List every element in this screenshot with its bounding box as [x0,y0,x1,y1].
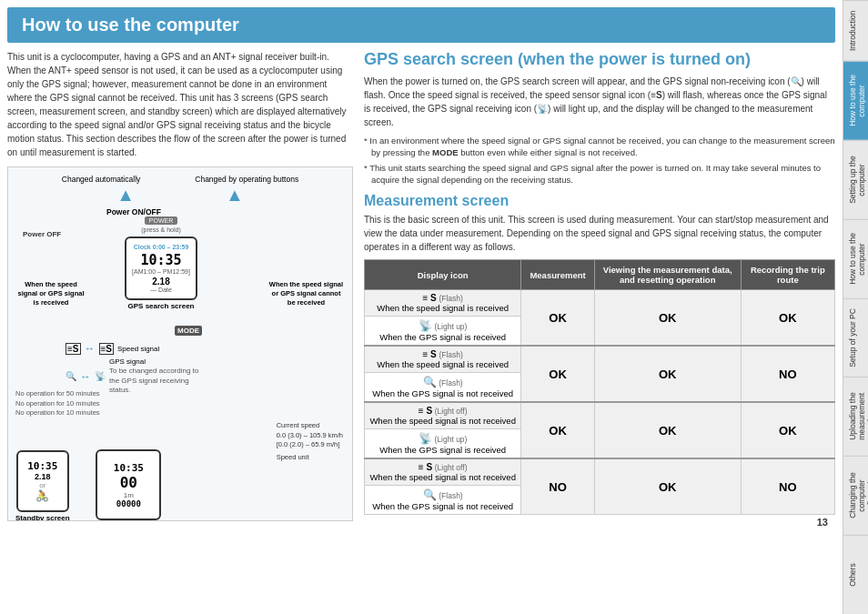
icon-gps-1b: 📡 [419,319,432,332]
gps-note2: * This unit starts searching the speed s… [364,162,835,186]
sidebar-item-uploading[interactable]: Uploading the measurement data [843,377,868,456]
standby-value: 2.18 [35,472,51,481]
icon-gps-2b: 🔍 [423,376,437,388]
standby-or-label: or [39,481,45,489]
mode-button-label: MODE [175,326,202,336]
gps-screen-clock: Clock 0:00 – 23:59 [134,244,189,250]
view-ok-1: OK [594,290,741,347]
diagram-relative: Power ON/OFF Power OFF POWER (pres [15,207,345,521]
rec-no-2: NO [741,346,834,402]
when-speed-not-label: When the speed signal or GPS signal cann… [267,280,345,307]
speed-signal-row: ≡S ↔ ≡S Speed signal [66,342,200,355]
icon-sym-1a: ≡ S [422,293,436,303]
right-column: GPS search screen (when the power is tur… [364,50,835,610]
sidebar-item-introduction[interactable]: Introduction [843,0,868,61]
changed-buttons-label: Changed by operating buttons [195,175,298,184]
gps-screen-time: 10:35 [140,252,181,268]
when-speed-received-label: When the speed signal or GPS signal is r… [15,280,86,307]
power-btn: POWER [145,216,177,225]
sidebar-item-changing[interactable]: Changing the computer configuration [843,456,868,535]
page-header: How to use the computer [7,7,835,43]
icon-sym-2a: ≡ S [422,349,436,359]
display-icon-cell-4a: ≡ S (Light off) When the speed signal is… [365,458,521,486]
arrow-icon: ↔ [85,342,96,355]
meas-ok-2: OK [521,346,594,402]
display-icon-cell-1b: 📡 (Light up) When the GPS signal is rece… [365,317,521,347]
table-row: ≡ S (Light off) When the speed signal is… [365,402,835,429]
icon-gps-4b: 🔍 [423,488,437,501]
gps-screen-label: GPS search screen [128,302,195,310]
current-speed-annotation: Current speed 0.0 (3.0) – 105.9 km/h [0.… [277,421,343,462]
standby-screen-mockup: 10:35 2.18 or 🚴 [16,450,69,512]
gps-signal-text: GPS signal To be changed according to th… [109,357,200,396]
display-icon-cell-2a: ≡ S (Flash) When the speed signal is rec… [365,346,521,373]
power-section: Power OFF [23,230,61,240]
rec-ok-3: OK [741,402,834,458]
gps-section-text: When the power is turned on, the GPS sea… [364,75,835,129]
gps-screen-mockup: Clock 0:00 – 23:59 10:35 [AM1:00 – PM12:… [125,237,197,300]
meas-screen-group: 10:35 00 1m 00000 Measurement screen [93,449,166,521]
col-header-viewing: Viewing the measurement data, and resett… [594,260,741,290]
sidebar-item-setting-up[interactable]: Setting up the computer [843,140,868,219]
display-icon-cell-2b: 🔍 (Flash) When the GPS signal is not rec… [365,373,521,403]
content-columns: This unit is a cyclocomputer, having a G… [0,50,843,614]
intro-text: This unit is a cyclocomputer, having a G… [7,50,353,159]
display-icon-cell-3a: ≡ S (Light off) When the speed signal is… [365,402,521,429]
col-header-display: Display icon [365,260,521,290]
view-ok-4: OK [594,458,741,515]
page-number: 13 [364,515,835,529]
view-ok-2: OK [594,346,741,402]
arrow-up-right-icon: ▲ [226,186,244,204]
gps-screen-section: POWER (press & hold) Clock 0:00 – 23:59 … [125,216,197,310]
meas-section-title: Measurement screen [364,193,835,209]
sidebar: Introduction How to use the computer Set… [843,0,868,614]
meas-dist: 00000 [116,499,141,508]
power-onoff-label: Power ON/OFF [106,207,161,216]
meas-time: 10:35 [114,462,144,474]
diagram-arrows-row: ▲ ▲ [15,186,345,204]
table-row: ≡ S (Flash) When the speed signal is rec… [365,346,835,373]
arrow-icon2: ↔ [80,370,91,383]
speed-icon2: ≡S [99,343,115,355]
icon-gps-3b: 📡 [419,432,432,445]
power-gps-group: POWER (press & hold) Clock 0:00 – 23:59 … [125,216,197,310]
sidebar-item-others[interactable]: Others [843,535,868,614]
gps-screen-value: 2.18 [152,277,169,287]
no-op-labels: No operation for 50 minutes No operation… [15,389,100,418]
meas-speed: 00 [120,474,137,491]
meas-ok-3: OK [521,402,594,458]
gps-section-title: GPS search screen (when the power is tur… [364,50,835,69]
meas-no-4: NO [521,458,594,515]
icon-sym-4a: ≡ S [419,462,432,472]
table-row: ≡ S (Flash) When the speed signal is rec… [365,290,835,317]
power-off-label: Power OFF [23,230,61,238]
sidebar-item-how-to-use2[interactable]: How to use the computer [843,219,868,298]
standby-bike-icon: 🚴 [35,489,49,502]
page-title: How to use the computer [22,15,239,35]
gps-note1: * In an environment where the speed sign… [364,135,835,159]
standby-screen-group: 10:35 2.18 or 🚴 Standby screen MODE [15,450,70,521]
sidebar-item-how-to-use[interactable]: How to use the computer [843,61,868,140]
gps-date-label: — Date [150,287,172,293]
display-icon-cell-3b: 📡 (Light up) When the GPS signal is rece… [365,429,521,459]
table-row: ≡ S (Light off) When the speed signal is… [365,458,835,486]
changed-auto-label: Changed automatically [62,175,140,184]
diagram-box: Changed automatically Changed by operati… [7,166,353,521]
power-sub-label: (press & hold) [141,226,181,233]
standby-time: 10:35 [27,460,57,472]
arrow-up-left-icon: ▲ [116,186,135,204]
meas-screen-mockup: 10:35 00 1m 00000 [96,449,161,520]
speed-icon: ≡S [66,343,81,355]
main-content: How to use the computer This unit is a c… [0,0,843,614]
gps-icon2: 📡 [95,371,106,381]
rec-ok-1: OK [741,290,834,347]
gps-screen-ampm: [AM1:00 – PM12:59] [132,268,190,275]
meas-unit: 1m [124,491,134,499]
left-column: This unit is a cyclocomputer, having a G… [7,50,353,610]
sidebar-item-setup-pc[interactable]: Setup of your PC [843,298,868,377]
display-icon-cell-4b: 🔍 (Flash) When the GPS signal is not rec… [365,486,521,515]
meas-ok-1: OK [521,290,594,347]
gps-icon1: 🔍 [66,371,76,381]
icon-sym-3a: ≡ S [419,406,432,416]
speed-signal-text: Speed signal [117,345,159,353]
